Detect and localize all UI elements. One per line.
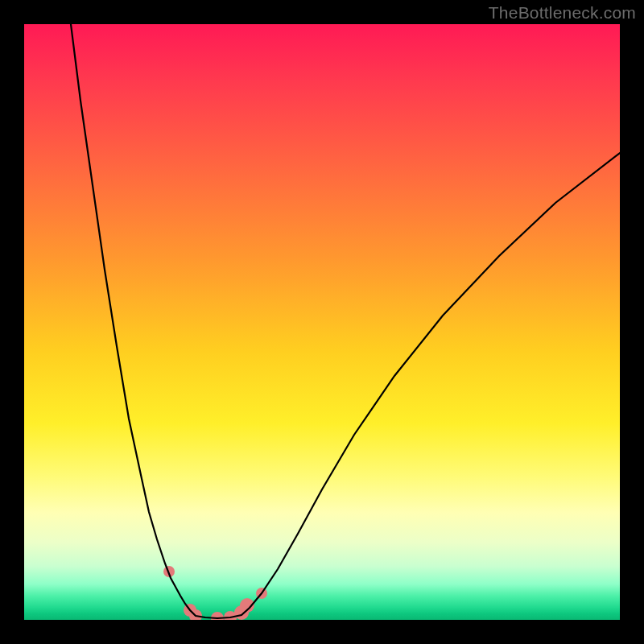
bottleneck-curve bbox=[71, 24, 620, 618]
plot-area bbox=[24, 24, 620, 620]
watermark-text: TheBottleneck.com bbox=[489, 3, 636, 23]
chart-frame: TheBottleneck.com bbox=[0, 0, 644, 644]
curve-layer bbox=[24, 24, 620, 620]
